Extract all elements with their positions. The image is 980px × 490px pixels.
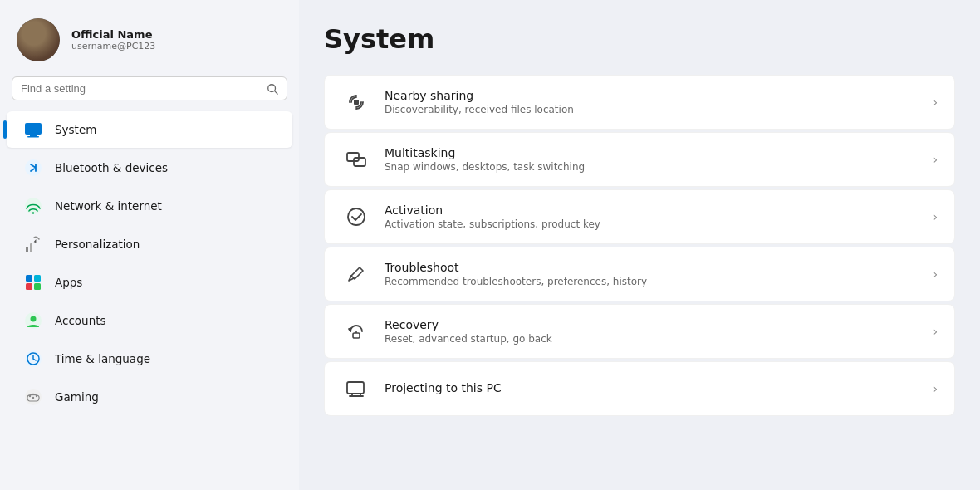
svg-rect-8 [26, 247, 28, 252]
sidebar-item-accounts[interactable]: Accounts [7, 302, 292, 339]
sidebar-item-label-gaming: Gaming [55, 390, 99, 404]
bluetooth-icon [23, 158, 43, 178]
sidebar-item-label-bluetooth: Bluetooth & devices [55, 161, 168, 174]
avatar [17, 18, 60, 61]
time-icon [23, 349, 43, 369]
svg-point-21 [32, 397, 34, 399]
settings-item-nearby-sharing[interactable]: Nearby sharing Discoverability, received… [324, 75, 955, 130]
settings-item-troubleshoot[interactable]: Troubleshoot Recommended troubleshooters… [324, 247, 955, 301]
svg-rect-3 [30, 135, 37, 136]
page-title: System [324, 23, 955, 55]
svg-rect-2 [25, 123, 42, 135]
apps-icon [23, 272, 43, 292]
svg-point-26 [348, 208, 365, 225]
settings-item-title-projecting: Projecting to this PC [385, 381, 933, 394]
settings-item-activation[interactable]: Activation Activation state, subscriptio… [324, 189, 955, 244]
svg-point-5 [25, 159, 42, 176]
settings-item-multitasking[interactable]: Multitasking Snap windows, desktops, tas… [324, 132, 955, 187]
settings-item-text-troubleshoot: Troubleshoot Recommended troubleshooters… [385, 261, 933, 287]
multitasking-icon [341, 145, 371, 174]
search-box[interactable] [12, 76, 287, 100]
settings-item-text-activation: Activation Activation state, subscriptio… [385, 203, 933, 230]
nearby-sharing-icon [341, 87, 371, 117]
settings-item-recovery[interactable]: Recovery Reset, advanced startup, go bac… [324, 304, 955, 359]
settings-item-text-multitasking: Multitasking Snap windows, desktops, tas… [385, 146, 933, 173]
user-info: Official Name username@PC123 [71, 28, 155, 51]
svg-rect-25 [354, 158, 365, 166]
svg-rect-12 [26, 283, 32, 290]
settings-item-desc-nearby-sharing: Discoverability, received files location [385, 104, 933, 115]
accounts-icon [23, 311, 43, 331]
chevron-icon-projecting: › [933, 382, 938, 395]
user-profile: Official Name username@PC123 [0, 10, 299, 76]
sidebar-item-time[interactable]: Time & language [7, 341, 292, 377]
svg-rect-10 [26, 275, 32, 282]
svg-rect-24 [347, 153, 359, 161]
sidebar-item-label-personalization: Personalization [55, 238, 140, 251]
sidebar-item-label-network: Network & internet [55, 199, 162, 213]
user-email: username@PC123 [71, 41, 155, 51]
search-input[interactable] [21, 82, 260, 95]
sidebar-item-system[interactable]: System [7, 111, 292, 148]
svg-rect-27 [353, 333, 360, 338]
settings-item-text-projecting: Projecting to this PC [385, 381, 933, 396]
user-name: Official Name [71, 28, 155, 41]
chevron-icon-recovery: › [933, 325, 938, 338]
svg-rect-9 [30, 243, 32, 252]
settings-item-desc-troubleshoot: Recommended troubleshooters, preferences… [385, 276, 933, 287]
sidebar-item-label-apps: Apps [55, 276, 82, 289]
settings-item-text-recovery: Recovery Reset, advanced startup, go bac… [385, 318, 933, 345]
sidebar-item-personalization[interactable]: Personalization [7, 226, 292, 262]
svg-line-1 [275, 91, 278, 94]
svg-rect-13 [34, 283, 41, 290]
gaming-icon [23, 387, 43, 407]
svg-point-6 [25, 198, 42, 214]
svg-rect-4 [27, 136, 39, 138]
sidebar-item-label-time: Time & language [55, 352, 150, 365]
sidebar-item-bluetooth[interactable]: Bluetooth & devices [7, 149, 292, 186]
settings-item-desc-activation: Activation state, subscriptions, product… [385, 218, 933, 230]
sidebar: Official Name username@PC123 System [0, 0, 299, 490]
chevron-icon-activation: › [933, 210, 938, 223]
settings-item-desc-recovery: Reset, advanced startup, go back [385, 333, 933, 345]
chevron-icon-nearby-sharing: › [933, 96, 938, 109]
settings-list: Nearby sharing Discoverability, received… [324, 75, 955, 416]
svg-rect-23 [354, 100, 359, 105]
svg-rect-29 [347, 382, 364, 394]
svg-rect-11 [34, 275, 41, 282]
settings-item-projecting[interactable]: Projecting to this PC › [324, 361, 955, 416]
settings-item-title-activation: Activation [385, 203, 933, 217]
settings-item-title-multitasking: Multitasking [385, 146, 933, 159]
chevron-icon-multitasking: › [933, 153, 938, 166]
settings-item-title-troubleshoot: Troubleshoot [385, 261, 933, 274]
system-icon [23, 120, 43, 140]
troubleshoot-icon [341, 259, 371, 289]
sidebar-item-label-system: System [55, 123, 96, 136]
projecting-icon [341, 374, 371, 404]
settings-item-text-nearby-sharing: Nearby sharing Discoverability, received… [385, 89, 933, 115]
search-container [0, 76, 299, 110]
recovery-icon [341, 316, 371, 346]
personalization-icon [23, 234, 43, 254]
svg-point-15 [31, 316, 37, 322]
svg-point-7 [32, 212, 34, 213]
search-icon [267, 83, 278, 95]
settings-item-title-nearby-sharing: Nearby sharing [385, 89, 933, 102]
activation-icon [341, 202, 371, 232]
settings-item-title-recovery: Recovery [385, 318, 933, 331]
network-icon [23, 196, 43, 216]
main-content: System Nearby sharing Discoverability, r… [299, 0, 980, 490]
chevron-icon-troubleshoot: › [933, 267, 938, 281]
settings-item-desc-multitasking: Snap windows, desktops, task switching [385, 161, 933, 173]
sidebar-item-apps[interactable]: Apps [7, 264, 292, 301]
sidebar-item-gaming[interactable]: Gaming [7, 379, 292, 415]
sidebar-nav: System Bluetooth & devices N [0, 110, 299, 490]
sidebar-item-network[interactable]: Network & internet [7, 188, 292, 224]
sidebar-item-label-accounts: Accounts [55, 314, 106, 327]
